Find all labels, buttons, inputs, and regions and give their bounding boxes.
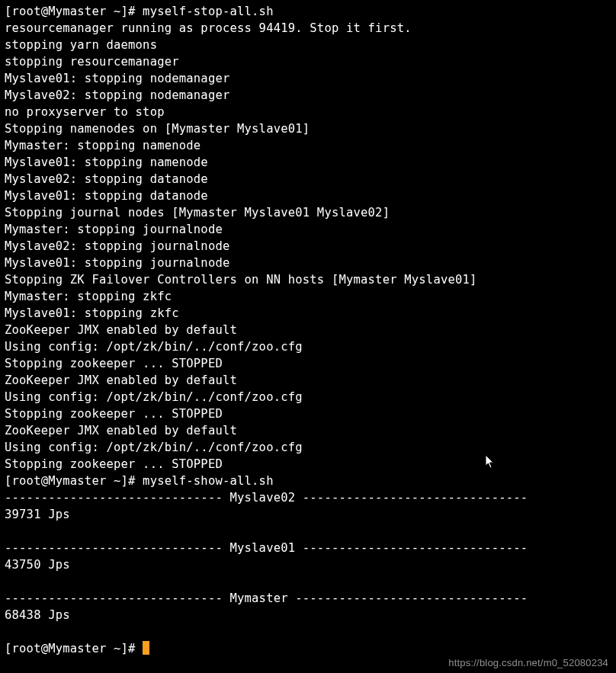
section-separator: ------------------------------ Mymaster … (5, 591, 528, 605)
prompt: [root@Mymaster ~]# myself-show-all.sh (5, 474, 274, 488)
output-line: Using config: /opt/zk/bin/../conf/zoo.cf… (5, 340, 303, 354)
output-line: resourcemanager running as process 94419… (5, 21, 412, 35)
output-line: stopping resourcemanager (5, 55, 179, 69)
output-line: Stopping zookeeper ... STOPPED (5, 457, 223, 471)
section-separator: ------------------------------ Myslave01… (5, 541, 528, 555)
watermark-text: https://blog.csdn.net/m0_52080234 (448, 657, 608, 668)
output-line: Myslave01: stopping journalnode (5, 256, 230, 270)
jps-output: 39731 Jps (5, 508, 70, 521)
output-line: Stopping namenodes on [Mymaster Myslave0… (5, 122, 310, 136)
cursor-icon (143, 641, 149, 655)
output-line: Myslave02: stopping nodemanager (5, 88, 230, 102)
output-line: Mymaster: stopping zkfc (5, 290, 172, 303)
output-line: ZooKeeper JMX enabled by default (5, 424, 237, 437)
output-line: Using config: /opt/zk/bin/../conf/zoo.cf… (5, 441, 303, 454)
output-line: Myslave02: stopping datanode (5, 172, 208, 186)
prompt-active[interactable]: [root@Mymaster ~]# (5, 642, 149, 655)
output-line: ZooKeeper JMX enabled by default (5, 373, 237, 387)
prompt: [root@Mymaster ~]# myself-stop-all.sh (5, 5, 274, 18)
output-line: Mymaster: stopping journalnode (5, 223, 223, 236)
output-line: Myslave01: stopping nodemanager (5, 72, 230, 85)
output-line: Stopping journal nodes [Mymaster Myslave… (5, 206, 390, 220)
output-line: Myslave01: stopping zkfc (5, 306, 179, 320)
output-line: Myslave02: stopping journalnode (5, 239, 230, 253)
output-line: ZooKeeper JMX enabled by default (5, 323, 237, 337)
output-line: Myslave01: stopping datanode (5, 189, 208, 203)
jps-output: 68438 Jps (5, 608, 70, 622)
output-line: Myslave01: stopping namenode (5, 155, 208, 169)
section-separator: ------------------------------ Myslave02… (5, 491, 528, 505)
output-line: Using config: /opt/zk/bin/../conf/zoo.cf… (5, 390, 303, 404)
terminal-output[interactable]: [root@Mymaster ~]# myself-stop-all.sh re… (0, 0, 616, 657)
output-line: Stopping zookeeper ... STOPPED (5, 357, 223, 370)
output-line: Mymaster: stopping namenode (5, 139, 201, 152)
jps-output: 43750 Jps (5, 558, 70, 572)
output-line: no proxyserver to stop (5, 105, 165, 119)
output-line: stopping yarn daemons (5, 38, 157, 52)
output-line: Stopping ZK Failover Controllers on NN h… (5, 273, 477, 287)
output-line: Stopping zookeeper ... STOPPED (5, 407, 223, 421)
